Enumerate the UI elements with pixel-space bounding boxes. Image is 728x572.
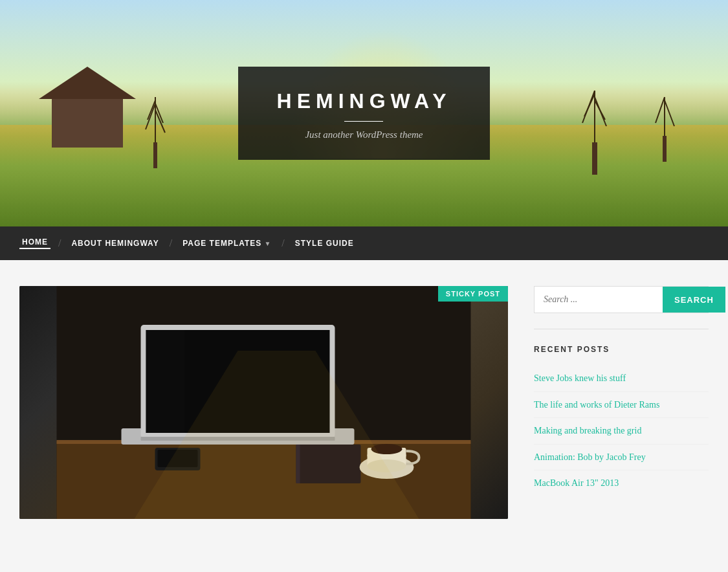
- svg-line-9: [584, 94, 595, 116]
- svg-rect-0: [153, 142, 157, 168]
- search-button[interactable]: SEARCH: [663, 287, 725, 313]
- nav-item-home[interactable]: HOME: [19, 237, 50, 249]
- recent-posts-list: Steve Jobs knew his stuff The life and w…: [534, 366, 709, 496]
- recent-post-link[interactable]: Making and breaking the grid: [534, 426, 641, 435]
- recent-post-link[interactable]: Animation: Bob by Jacob Frey: [534, 452, 646, 462]
- recent-post-link[interactable]: MacBook Air 13" 2013: [534, 478, 619, 488]
- list-item: The life and works of Dieter Rams: [534, 392, 709, 419]
- nav-item-templates[interactable]: PAGE TEMPLATES ▼: [180, 239, 274, 248]
- nav-separator-2: /: [170, 237, 172, 249]
- title-divider: [344, 121, 383, 122]
- main-navigation: HOME / ABOUT HEMINGWAY / PAGE TEMPLATES …: [0, 226, 728, 260]
- site-title-box: HEMINGWAY Just another WordPress theme: [238, 67, 491, 160]
- recent-posts-title: RECENT POSTS: [534, 345, 709, 354]
- site-title: HEMINGWAY: [277, 89, 452, 113]
- svg-line-3: [148, 100, 155, 120]
- nav-separator-3: /: [281, 237, 284, 249]
- tree-far-right: [654, 91, 676, 162]
- recent-post-link[interactable]: Steve Jobs knew his stuff: [534, 373, 626, 383]
- svg-line-1: [146, 104, 155, 129]
- list-item: Making and breaking the grid: [534, 418, 709, 445]
- content-left: STICKY POST: [19, 286, 508, 519]
- barn-decoration: [39, 70, 142, 148]
- recent-post-link[interactable]: The life and works of Dieter Rams: [534, 400, 659, 410]
- tree-left: [142, 91, 168, 168]
- list-item: MacBook Air 13" 2013: [534, 470, 709, 496]
- svg-line-14: [665, 100, 674, 126]
- site-subtitle: Just another WordPress theme: [277, 129, 452, 140]
- svg-line-10: [595, 100, 605, 120]
- svg-line-2: [155, 110, 165, 133]
- featured-post: STICKY POST: [19, 286, 508, 519]
- search-input[interactable]: [535, 287, 663, 313]
- nav-item-style[interactable]: STYLE GUIDE: [292, 239, 357, 248]
- sidebar-divider: [534, 329, 709, 329]
- sticky-badge: STICKY POST: [438, 286, 508, 302]
- post-featured-image: [19, 286, 508, 519]
- search-box: SEARCH: [534, 286, 709, 313]
- templates-dropdown-arrow: ▼: [264, 240, 271, 247]
- svg-rect-12: [663, 136, 667, 162]
- post-image-svg: [19, 286, 508, 519]
- recent-posts-section: RECENT POSTS Steve Jobs knew his stuff T…: [534, 345, 709, 496]
- list-item: Steve Jobs knew his stuff: [534, 366, 709, 392]
- main-content-area: STICKY POST: [0, 260, 728, 545]
- svg-line-13: [656, 97, 665, 123]
- nav-separator-1: /: [58, 237, 61, 249]
- svg-rect-6: [592, 142, 597, 175]
- hero-section: HEMINGWAY Just another WordPress theme: [0, 0, 728, 226]
- svg-rect-22: [146, 330, 185, 433]
- list-item: Animation: Bob by Jacob Frey: [534, 445, 709, 471]
- sidebar: SEARCH RECENT POSTS Steve Jobs knew his …: [534, 286, 709, 519]
- nav-item-about[interactable]: ABOUT HEMINGWAY: [69, 239, 161, 248]
- tree-right: [579, 84, 612, 175]
